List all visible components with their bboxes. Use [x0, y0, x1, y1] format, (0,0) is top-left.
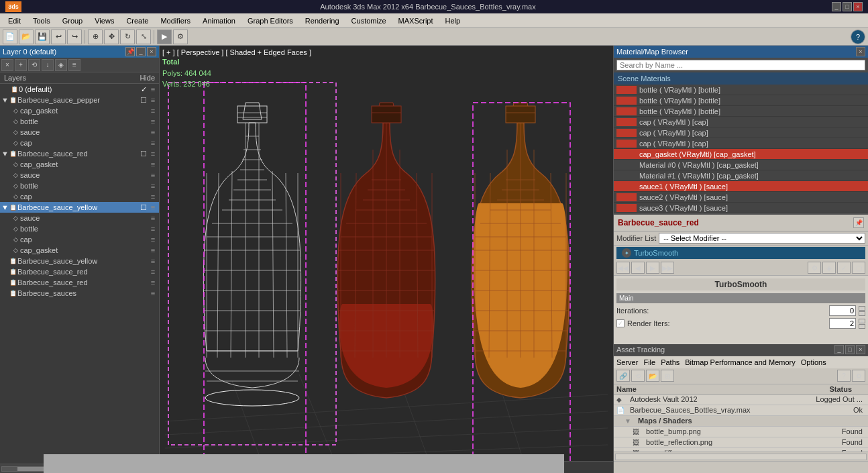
toolbar-move[interactable]: ✥: [104, 30, 119, 44]
menu-graph-editors[interactable]: Graph Editors: [242, 14, 299, 28]
list-item[interactable]: ▼ 📋 Barbecue_sauce_red ☐ ≡: [0, 148, 159, 159]
prop-nav-next[interactable]: ▶: [646, 262, 659, 274]
at-restore[interactable]: □: [845, 345, 855, 354]
menu-modifiers[interactable]: Modifiers: [155, 14, 196, 28]
prop-filter-btn[interactable]: ◈: [822, 262, 836, 274]
toolbar-save[interactable]: 💾: [35, 30, 50, 44]
menu-create[interactable]: Create: [121, 14, 154, 28]
menu-help[interactable]: Help: [440, 14, 466, 28]
at-menu-paths[interactable]: Paths: [661, 358, 680, 366]
menu-animation[interactable]: Animation: [197, 14, 241, 28]
spin-down[interactable]: ▼: [859, 311, 865, 316]
menu-edit[interactable]: Edit: [3, 14, 26, 28]
list-item[interactable]: ◇ cap ≡: [0, 191, 159, 202]
list-item[interactable]: ◇ cap_gasket ≡: [0, 159, 159, 170]
layers-panel-close[interactable]: ×: [147, 47, 156, 56]
material-item[interactable]: Material #0 ( VRayMtl ) [cap_gasket]: [614, 160, 868, 170]
render-iters-value[interactable]: [829, 318, 856, 329]
material-item[interactable]: sauce1 ( VRayMtl ) [sauce]: [614, 181, 868, 192]
layer-visibility[interactable]: ☐: [139, 96, 148, 105]
layer-visibility[interactable]: ✓: [139, 85, 148, 94]
render-iters-checkbox[interactable]: ✓: [616, 319, 625, 327]
at-tool-refresh[interactable]: ⟲: [631, 370, 645, 382]
prop-collapse-btn[interactable]: ▢: [852, 262, 865, 274]
prop-nav-prev[interactable]: ◀: [631, 262, 645, 274]
material-item[interactable]: cap ( VRayMtl ) [cap]: [614, 117, 868, 127]
modifier-item-turbosmooth[interactable]: ✦ TurboSmooth: [616, 247, 865, 259]
viewport[interactable]: [ + ] [ Perspective ] [ Shaded + Edged F…: [160, 46, 613, 473]
at-menu-server[interactable]: Server: [616, 358, 638, 366]
material-item[interactable]: bottle ( VRayMtl ) [bottle]: [614, 106, 868, 117]
toolbar-rendersetup[interactable]: ⚙: [173, 30, 188, 44]
spin-up2[interactable]: ▲: [859, 319, 865, 323]
toolbar-select[interactable]: ⊕: [88, 30, 103, 44]
material-item[interactable]: bottle ( VRayMtl ) [bottle]: [614, 95, 868, 106]
material-item[interactable]: bottle ( VRayMtl ) [bottle]: [614, 85, 868, 95]
list-item[interactable]: 📋 Barbecue_sauces ≡: [0, 288, 159, 299]
list-item[interactable]: ◇ cap_gasket ≡: [0, 105, 159, 116]
at-menu-file[interactable]: File: [643, 358, 655, 366]
toolbar-help[interactable]: ?: [851, 30, 865, 44]
menu-customize[interactable]: Customize: [346, 14, 392, 28]
at-list-item[interactable]: ▼Maps / Shaders: [614, 416, 868, 427]
layer-settings-btn[interactable]: ≡: [68, 59, 80, 71]
at-close[interactable]: ×: [856, 345, 865, 354]
material-item[interactable]: sauce3 ( VRayMtl ) [sauce]: [614, 203, 868, 213]
at-hscroll-track[interactable]: [615, 454, 867, 460]
menu-views[interactable]: Views: [89, 14, 119, 28]
spin-up[interactable]: ▲: [859, 306, 865, 311]
list-item[interactable]: ◇ sauce ≡: [0, 127, 159, 138]
list-item[interactable]: ◇ bottle ≡: [0, 180, 159, 191]
layer-delete-btn[interactable]: ×: [1, 59, 13, 71]
at-list-item[interactable]: 🖼bottle_reflection.pngFound: [614, 437, 868, 448]
at-horizontal-scrollbar[interactable]: [614, 452, 868, 461]
list-item[interactable]: ◇ cap ≡: [0, 234, 159, 245]
restore-btn[interactable]: □: [843, 2, 852, 11]
minimize-btn[interactable]: _: [832, 2, 841, 11]
list-item[interactable]: 📋 Barbecue_sauce_yellow ≡: [0, 256, 159, 266]
menu-rendering[interactable]: Rendering: [300, 14, 345, 28]
material-item[interactable]: cap ( VRayMtl ) [cap]: [614, 127, 868, 138]
layers-panel-pin[interactable]: 📌: [125, 47, 135, 56]
mb-close-btn[interactable]: ×: [856, 47, 865, 56]
at-tool-grid[interactable]: ⊞: [661, 370, 674, 382]
menu-maxscript[interactable]: MAXScript: [393, 14, 439, 28]
material-item[interactable]: Material #1 ( VRayMtl ) [cap_gasket]: [614, 170, 868, 181]
modifier-dropdown[interactable]: -- Select Modifier --: [659, 233, 865, 244]
list-item[interactable]: ▼ 📋 Barbecue_sauce_pepper ☐ ≡: [0, 95, 159, 105]
layer-visibility[interactable]: ☐: [139, 150, 148, 158]
layers-panel-minimize[interactable]: _: [136, 47, 146, 56]
at-tool-browse[interactable]: 📂: [646, 370, 659, 382]
menu-group[interactable]: Group: [57, 14, 89, 28]
list-item[interactable]: 📋 0 (default) ✓ ≡: [0, 84, 159, 95]
material-item[interactable]: sauce2 ( VRayMtl ) [sauce]: [614, 192, 868, 203]
list-item[interactable]: ◇ bottle ≡: [0, 116, 159, 127]
toolbar-open[interactable]: 📂: [19, 30, 34, 44]
list-item[interactable]: 📋 Barbecue_sauce_red ≡: [0, 266, 159, 277]
layer-visibility[interactable]: ☐: [139, 203, 148, 212]
prop-settings-btn[interactable]: ⚙: [808, 262, 821, 274]
prop-nav-first[interactable]: ◀◀: [616, 262, 630, 274]
toolbar-rotate[interactable]: ↻: [120, 30, 135, 44]
list-item[interactable]: ◇ cap ≡: [0, 138, 159, 148]
prop-pin-btn[interactable]: 📌: [853, 217, 864, 228]
toolbar-redo[interactable]: ↪: [67, 30, 82, 44]
iterations-value[interactable]: [829, 305, 856, 316]
list-item[interactable]: ◇ bottle ≡: [0, 223, 159, 234]
at-minimize[interactable]: _: [834, 345, 844, 354]
at-tool-help[interactable]: ?: [837, 370, 851, 382]
menu-tools[interactable]: Tools: [28, 14, 56, 28]
at-menu-options[interactable]: Options: [801, 358, 826, 366]
at-menu-bitmap[interactable]: Bitmap Performance and Memory: [685, 358, 795, 366]
layer-collapse-btn[interactable]: ↓: [42, 59, 54, 71]
at-list-item[interactable]: 📄Barbecue_Sauces_Bottles_vray.maxOk: [614, 405, 868, 416]
at-list-item[interactable]: ◆Autodesk Vault 2012Logged Out ...: [614, 395, 868, 405]
at-tool-settings[interactable]: ⚙: [852, 370, 865, 382]
material-browser-search-input[interactable]: [616, 60, 865, 70]
at-list-item[interactable]: 🖼bottle_bump.pngFound: [614, 427, 868, 437]
layer-add-btn[interactable]: +: [15, 59, 27, 71]
toolbar-new[interactable]: 📄: [3, 30, 17, 44]
layer-filter-btn[interactable]: ◈: [55, 59, 67, 71]
toolbar-undo[interactable]: ↩: [51, 30, 66, 44]
layer-refresh-btn[interactable]: ⟲: [28, 59, 40, 71]
